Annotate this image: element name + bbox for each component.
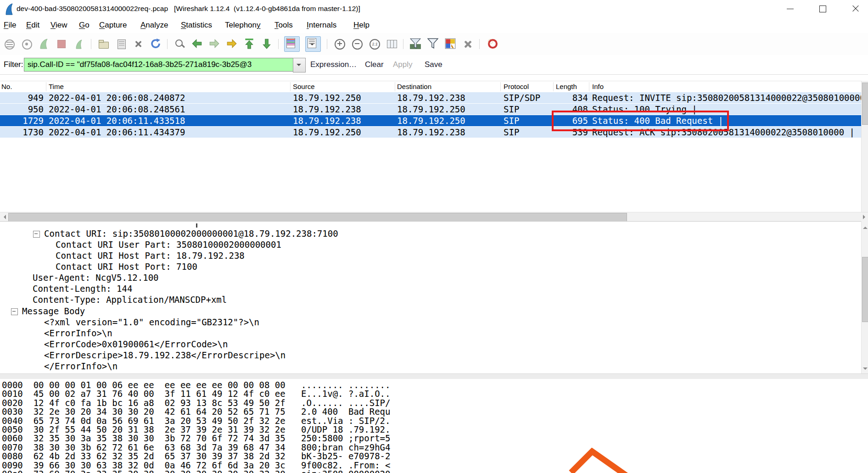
help-icon[interactable] [487,38,499,50]
hex-row[interactable]: 00a0 73 69 70 3a 33 35 30 38 30 30 30 30… [2,470,868,473]
go-to-bottom-icon[interactable] [261,38,274,50]
col-header-destination[interactable]: Destination [397,81,431,92]
list-interfaces-icon[interactable] [3,38,16,50]
zoom-out-icon[interactable] [351,38,364,50]
window-title: dev-400-bad-35080200581314000022req-.pca… [17,0,360,17]
packet-row[interactable]: 949 2022-04-01 20:06:08.240872 18.79.192… [0,92,861,103]
save-file-icon[interactable] [115,38,128,50]
zoom-100-icon[interactable]: 1:1 [368,38,381,50]
minimize-button[interactable] [780,0,801,17]
menu-item-telephony[interactable]: Telephony [225,17,261,33]
detail-line[interactable]: Contact URI Host Port: 7100 [56,262,197,272]
maximize-button[interactable] [812,0,834,17]
col-header-info[interactable]: Info [592,81,604,92]
packet-row[interactable]: 1730 2022-04-01 20:06:11.434379 18.79.19… [0,127,861,138]
go-to-packet-icon[interactable] [226,38,239,50]
detail-line[interactable]: Contact URI Host Part: 18.79.192.238 [56,250,245,261]
save-button[interactable]: Save [425,55,442,74]
horizontal-scrollbar[interactable] [0,212,868,222]
collapse-icon[interactable] [33,231,40,238]
clipped-line-remnant [196,223,197,228]
start-capture-icon[interactable] [38,38,50,50]
go-forward-icon[interactable] [208,38,221,50]
detail-line[interactable]: User-Agent: NcgV5.12.100 [33,273,159,283]
menu-item-help[interactable]: Help [353,17,370,33]
title-bar: dev-400-bad-35080200581314000022req-.pca… [0,0,868,18]
hex-row[interactable]: 0080 62 4b 2d 33 62 32 35 2d 65 37 30 39… [2,452,868,461]
open-file-icon[interactable] [97,38,110,50]
col-header-time[interactable]: Time [49,81,64,92]
close-file-icon[interactable] [132,38,145,50]
horizontal-scrollbar-thumb[interactable] [8,213,627,222]
close-button[interactable] [845,0,866,17]
stop-capture-icon[interactable] [55,38,68,50]
detail-line[interactable]: </ErrorInfo>\n [44,361,118,371]
go-to-top-icon[interactable] [243,38,256,50]
auto-scroll-icon[interactable] [305,36,321,52]
menu-item-internals[interactable]: Internals [307,17,336,33]
capture-options-icon[interactable] [20,38,33,50]
detail-line[interactable]: Content-Length: 144 [33,284,132,294]
find-packet-icon[interactable] [174,38,186,50]
wireshark-window: dev-400-bad-35080200581314000022req-.pca… [0,0,868,473]
display-filters-icon[interactable] [427,38,440,50]
hex-row[interactable]: 0060 32 35 30 3a 35 38 30 30 3b 72 70 6f… [2,434,868,443]
go-back-icon[interactable] [191,38,204,50]
packet-row[interactable]: 950 2022-04-01 20:06:08.248561 18.79.192… [0,104,861,115]
col-header-length[interactable]: Length [556,81,577,92]
details-scrollbar-thumb[interactable] [862,257,868,322]
scroll-right-button[interactable] [860,213,868,221]
col-header-protocol[interactable]: Protocol [504,81,529,92]
colorize-packets-icon[interactable] [284,36,300,52]
hex-row[interactable]: 0030 32 2e 30 20 34 30 30 20 42 61 64 20… [2,407,868,416]
scroll-up-button[interactable] [862,222,868,230]
main-toolbar: 1:1 [0,33,868,56]
capture-filters-icon[interactable] [409,38,422,50]
scroll-down-button[interactable] [862,364,868,373]
apply-button[interactable]: Apply [393,55,413,74]
menu-item-edit[interactable]: Edit [26,17,39,33]
filter-dropdown-button[interactable] [293,58,306,72]
detail-line[interactable]: Content-Type: Application/MANSCDP+xml [33,295,227,305]
zoom-in-icon[interactable] [333,38,346,50]
menu-item-go[interactable]: Go [79,17,90,33]
restart-capture-icon[interactable] [73,38,85,50]
menu-item-analyze[interactable]: Analyze [140,17,168,33]
menu-item-file[interactable]: File [4,17,16,33]
detail-line[interactable]: Contact URI: sip:35080100002000000001@18… [44,228,338,239]
wireshark-logo-icon [5,3,14,15]
menu-item-capture[interactable]: Capture [99,17,127,33]
coloring-rules-icon[interactable] [444,38,457,50]
filter-label: Filter: [4,55,23,74]
filter-bar: Filter: sip.Call-ID == "df75fa08-fac04f1… [0,55,868,75]
detail-line[interactable]: Message Body [22,306,85,316]
packet-row-selected[interactable]: 1729 2022-04-01 20:06:11.433518 18.79.19… [0,115,861,126]
detail-line[interactable]: <ErrorDescripe>18.79.192.238</ErrorDescr… [44,350,286,360]
scroll-left-button[interactable] [0,213,8,221]
menu-item-statistics[interactable]: Statistics [181,17,212,33]
col-header-source[interactable]: Source [293,81,315,92]
packet-list-scrollbar[interactable] [861,81,868,212]
hex-dump-pane[interactable]: 0000 00 00 00 01 00 06 ee ee ee ee ee ee… [0,379,868,473]
filter-input[interactable]: sip.Call-ID == "df75fa08-fac04f12-16a8-3… [24,58,297,72]
details-scrollbar[interactable] [861,221,868,373]
detail-line[interactable]: <ErrorCode>0x01900061</ErrorCode>\n [44,339,228,349]
menu-item-view[interactable]: View [50,17,67,33]
clear-button[interactable]: Clear [365,55,384,74]
collapse-icon[interactable] [11,308,18,315]
col-header-no[interactable]: No. [1,81,12,92]
reload-icon[interactable] [150,38,162,50]
hex-row[interactable]: 0010 45 00 02 a7 31 76 40 00 3f 11 61 49… [2,390,868,398]
detail-line[interactable]: Contact URI User Part: 35080100002000000… [56,239,281,250]
resize-columns-icon[interactable] [386,38,398,50]
detail-line[interactable]: <?xml version="1.0" encoding="GB2312"?>\… [44,317,259,327]
detail-line[interactable]: <ErrorInfo>\n [44,328,112,338]
menu-item-tools[interactable]: Tools [274,17,293,33]
packet-list-header: No. Time Source Destination Protocol Len… [0,81,868,93]
menu-bar: File Edit View Go Capture Analyze Statis… [0,17,868,33]
preferences-icon[interactable] [462,38,475,50]
expression-button[interactable]: Expression… [310,55,357,74]
